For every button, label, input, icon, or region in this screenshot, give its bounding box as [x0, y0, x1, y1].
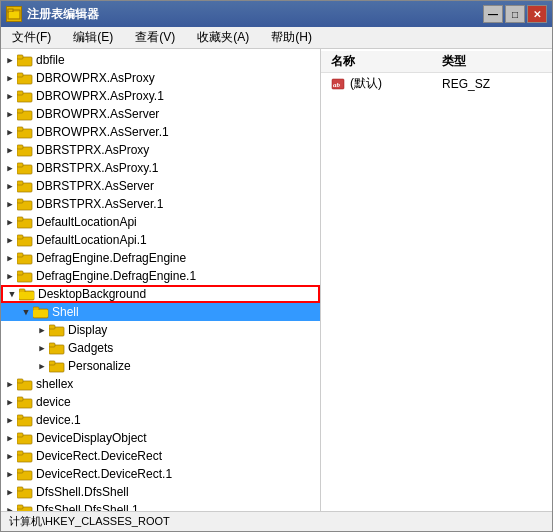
- entry-name-default: (默认): [350, 75, 437, 92]
- svg-rect-22: [17, 217, 23, 221]
- tree-label-dBRSTPRX.AsServer1: DBRSTPRX.AsServer.1: [36, 197, 163, 211]
- tree-item-deviceRect[interactable]: ▶ DeviceRect.DeviceRect: [1, 447, 320, 465]
- tree-label-shell: Shell: [52, 305, 79, 319]
- tree-label-gadgets: Gadgets: [68, 341, 113, 355]
- tree-item-dBRSTPRX.AsServer[interactable]: ▶ DBRSTPRX.AsServer: [1, 177, 320, 195]
- folder-icon-defragEngine: [17, 251, 33, 265]
- tree-item-shellex[interactable]: ▶ shellex: [1, 375, 320, 393]
- menu-view[interactable]: 查看(V): [129, 27, 181, 48]
- tree-item-dbfile[interactable]: ▶ dbfile: [1, 51, 320, 69]
- tree-item-dBROWPRX.AsProxy1[interactable]: ▶ DBROWPRX.AsProxy.1: [1, 87, 320, 105]
- folder-icon-device1: [17, 413, 33, 427]
- expand-arrow-dBROWPRX.AsProxy1[interactable]: ▶: [3, 91, 17, 101]
- tree-label-defragEngine1: DefragEngine.DefragEngine.1: [36, 269, 196, 283]
- expand-arrow-desktopBackground[interactable]: ▼: [5, 289, 19, 299]
- tree-item-deviceRect1[interactable]: ▶ DeviceRect.DeviceRect.1: [1, 465, 320, 483]
- tree-item-shell[interactable]: ▼ Shell: [1, 303, 320, 321]
- expand-arrow-defaultLocationApi1[interactable]: ▶: [3, 235, 17, 245]
- menu-help[interactable]: 帮助(H): [265, 27, 318, 48]
- minimize-button[interactable]: —: [483, 5, 503, 23]
- expand-arrow-dBROWPRX.AsServer[interactable]: ▶: [3, 109, 17, 119]
- svg-rect-46: [17, 415, 23, 419]
- tree-item-defragEngine1[interactable]: ▶ DefragEngine.DefragEngine.1: [1, 267, 320, 285]
- svg-rect-24: [17, 235, 23, 239]
- title-bar: 注册表编辑器 — □ ✕: [1, 1, 552, 27]
- expand-arrow-deviceDisplayObject[interactable]: ▶: [3, 433, 17, 443]
- tree-item-defragEngine[interactable]: ▶ DefragEngine.DefragEngine: [1, 249, 320, 267]
- tree-item-defaultLocationApi[interactable]: ▶ DefaultLocationApi: [1, 213, 320, 231]
- folder-icon-dBRSTPRX.AsProxy1: [17, 161, 33, 175]
- expand-arrow-shell[interactable]: ▼: [19, 307, 33, 317]
- menu-file[interactable]: 文件(F): [6, 27, 57, 48]
- folder-icon-deviceRect: [17, 449, 33, 463]
- left-pane[interactable]: ▶ dbfile▶ DBROWPRX.AsProxy▶ DBROWPRX.AsP…: [1, 49, 321, 511]
- expand-arrow-dbfile[interactable]: ▶: [3, 55, 17, 65]
- svg-rect-36: [49, 325, 55, 329]
- expand-arrow-dBROWPRX.AsProxy[interactable]: ▶: [3, 73, 17, 83]
- expand-arrow-dBRSTPRX.AsProxy[interactable]: ▶: [3, 145, 17, 155]
- svg-rect-20: [17, 199, 23, 203]
- menu-edit[interactable]: 编辑(E): [67, 27, 119, 48]
- tree-item-dBRSTPRX.AsProxy[interactable]: ▶ DBRSTPRX.AsProxy: [1, 141, 320, 159]
- svg-rect-40: [49, 361, 55, 365]
- folder-icon-defaultLocationApi1: [17, 233, 33, 247]
- folder-icon-shell: [33, 305, 49, 319]
- menu-favorites[interactable]: 收藏夹(A): [191, 27, 255, 48]
- tree-item-deviceDisplayObject[interactable]: ▶ DeviceDisplayObject: [1, 429, 320, 447]
- expand-arrow-gadgets[interactable]: ▶: [35, 343, 49, 353]
- tree-item-device[interactable]: ▶ device: [1, 393, 320, 411]
- svg-rect-1: [8, 9, 13, 12]
- tree-item-dBROWPRX.AsProxy[interactable]: ▶ DBROWPRX.AsProxy: [1, 69, 320, 87]
- expand-arrow-dBRSTPRX.AsServer[interactable]: ▶: [3, 181, 17, 191]
- tree-item-personalize[interactable]: ▶ Personalize: [1, 357, 320, 375]
- tree-item-defaultLocationApi1[interactable]: ▶ DefaultLocationApi.1: [1, 231, 320, 249]
- tree-item-desktopBackground[interactable]: ▼ DesktopBackground: [1, 285, 320, 303]
- title-controls: — □ ✕: [483, 5, 547, 23]
- expand-arrow-defragEngine[interactable]: ▶: [3, 253, 17, 263]
- folder-icon-dBROWPRX.AsServer1: [17, 125, 33, 139]
- title-bar-left: 注册表编辑器: [6, 6, 99, 23]
- svg-rect-42: [17, 379, 23, 383]
- expand-arrow-personalize[interactable]: ▶: [35, 361, 49, 371]
- expand-arrow-dBRSTPRX.AsProxy1[interactable]: ▶: [3, 163, 17, 173]
- close-button[interactable]: ✕: [527, 5, 547, 23]
- tree-item-dfsShell1[interactable]: ▶ DfsShell.DfsShell.1: [1, 501, 320, 511]
- folder-icon-device: [17, 395, 33, 409]
- expand-arrow-shellex[interactable]: ▶: [3, 379, 17, 389]
- tree-label-desktopBackground: DesktopBackground: [38, 287, 146, 301]
- expand-arrow-dBROWPRX.AsServer1[interactable]: ▶: [3, 127, 17, 137]
- folder-icon-gadgets: [49, 341, 65, 355]
- svg-rect-18: [17, 181, 23, 185]
- expand-arrow-defragEngine1[interactable]: ▶: [3, 271, 17, 281]
- tree-item-device1[interactable]: ▶ device.1: [1, 411, 320, 429]
- folder-icon-desktopBackground: [19, 287, 35, 301]
- expand-arrow-device[interactable]: ▶: [3, 397, 17, 407]
- tree-label-deviceRect1: DeviceRect.DeviceRect.1: [36, 467, 172, 481]
- folder-icon-dbfile: [17, 53, 33, 67]
- tree-item-dBRSTPRX.AsServer1[interactable]: ▶ DBRSTPRX.AsServer.1: [1, 195, 320, 213]
- expand-arrow-deviceRect[interactable]: ▶: [3, 451, 17, 461]
- svg-rect-10: [17, 109, 23, 113]
- folder-icon-shellex: [17, 377, 33, 391]
- tree-item-dfsShell[interactable]: ▶ DfsShell.DfsShell: [1, 483, 320, 501]
- registry-entry-default[interactable]: ab (默认) REG_SZ: [321, 73, 552, 94]
- expand-arrow-dBRSTPRX.AsServer1[interactable]: ▶: [3, 199, 17, 209]
- expand-arrow-defaultLocationApi[interactable]: ▶: [3, 217, 17, 227]
- tree-label-dBROWPRX.AsProxy1: DBROWPRX.AsProxy.1: [36, 89, 164, 103]
- tree-label-deviceDisplayObject: DeviceDisplayObject: [36, 431, 147, 445]
- tree-item-dBROWPRX.AsServer1[interactable]: ▶ DBROWPRX.AsServer.1: [1, 123, 320, 141]
- expand-arrow-deviceRect1[interactable]: ▶: [3, 469, 17, 479]
- tree-label-dBROWPRX.AsServer1: DBROWPRX.AsServer.1: [36, 125, 169, 139]
- tree-item-dBROWPRX.AsServer[interactable]: ▶ DBROWPRX.AsServer: [1, 105, 320, 123]
- expand-arrow-display[interactable]: ▶: [35, 325, 49, 335]
- tree-item-display[interactable]: ▶ Display: [1, 321, 320, 339]
- tree-label-defaultLocationApi: DefaultLocationApi: [36, 215, 137, 229]
- expand-arrow-dfsShell[interactable]: ▶: [3, 487, 17, 497]
- reg-value-icon: ab: [331, 77, 345, 91]
- maximize-button[interactable]: □: [505, 5, 525, 23]
- expand-arrow-device1[interactable]: ▶: [3, 415, 17, 425]
- tree-item-dBRSTPRX.AsProxy1[interactable]: ▶ DBRSTPRX.AsProxy.1: [1, 159, 320, 177]
- svg-rect-54: [17, 487, 23, 491]
- tree-item-gadgets[interactable]: ▶ Gadgets: [1, 339, 320, 357]
- tree-label-personalize: Personalize: [68, 359, 131, 373]
